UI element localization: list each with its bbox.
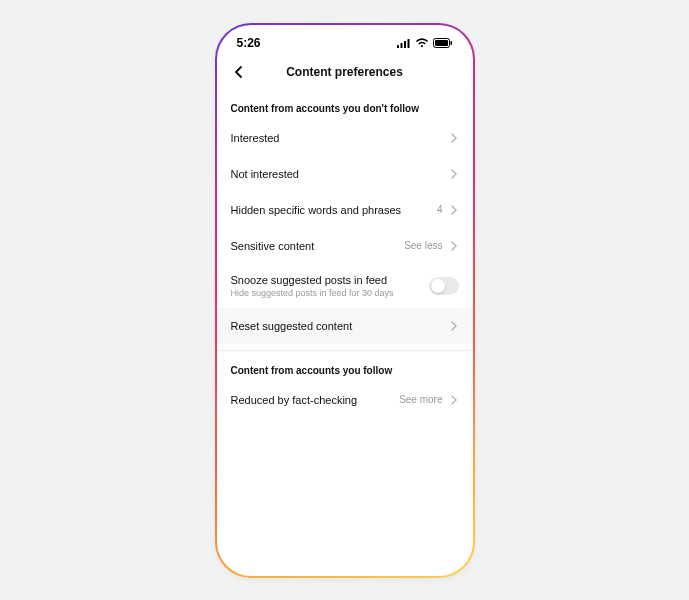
row-label: Not interested bbox=[231, 168, 299, 180]
screen: 5:26 Content preferences Content from ac… bbox=[217, 25, 473, 576]
row-label: Reduced by fact-checking bbox=[231, 394, 358, 406]
row-snooze-suggested: Snooze suggested posts in feed Hide sugg… bbox=[217, 264, 473, 308]
row-label: Reset suggested content bbox=[231, 320, 353, 332]
back-button[interactable] bbox=[227, 60, 251, 84]
sensitive-value: See less bbox=[404, 240, 442, 251]
cell-signal-icon bbox=[397, 38, 411, 48]
status-bar: 5:26 bbox=[217, 25, 473, 55]
fact-check-value: See more bbox=[399, 394, 442, 405]
row-label: Hidden specific words and phrases bbox=[231, 204, 402, 216]
row-interested[interactable]: Interested bbox=[217, 120, 473, 156]
row-hidden-words[interactable]: Hidden specific words and phrases 4 bbox=[217, 192, 473, 228]
chevron-right-icon bbox=[449, 321, 459, 331]
row-reset-suggested[interactable]: Reset suggested content bbox=[217, 308, 473, 344]
svg-rect-1 bbox=[400, 43, 402, 48]
svg-rect-3 bbox=[407, 39, 409, 48]
row-label: Sensitive content bbox=[231, 240, 315, 252]
chevron-right-icon bbox=[449, 169, 459, 179]
wifi-icon bbox=[415, 38, 429, 48]
row-not-interested[interactable]: Not interested bbox=[217, 156, 473, 192]
status-time: 5:26 bbox=[237, 36, 261, 50]
chevron-right-icon bbox=[449, 395, 459, 405]
chevron-right-icon bbox=[449, 241, 459, 251]
svg-rect-2 bbox=[404, 41, 406, 48]
section-header-followed: Content from accounts you follow bbox=[217, 351, 473, 382]
chevron-right-icon bbox=[449, 133, 459, 143]
svg-rect-6 bbox=[450, 41, 452, 45]
row-label: Interested bbox=[231, 132, 280, 144]
battery-icon bbox=[433, 38, 453, 48]
nav-bar: Content preferences bbox=[217, 55, 473, 89]
svg-rect-0 bbox=[397, 45, 399, 48]
snooze-toggle[interactable] bbox=[429, 277, 459, 295]
chevron-left-icon bbox=[232, 65, 246, 79]
page-title: Content preferences bbox=[217, 65, 473, 79]
row-sensitive-content[interactable]: Sensitive content See less bbox=[217, 228, 473, 264]
status-icons bbox=[397, 38, 453, 48]
row-sublabel: Hide suggested posts in feed for 30 days bbox=[231, 288, 394, 298]
section-header-unfollowed: Content from accounts you don't follow bbox=[217, 89, 473, 120]
svg-rect-5 bbox=[435, 40, 448, 46]
phone-frame: 5:26 Content preferences Content from ac… bbox=[215, 23, 475, 578]
hidden-words-count: 4 bbox=[437, 204, 443, 215]
row-label: Snooze suggested posts in feed bbox=[231, 274, 394, 286]
chevron-right-icon bbox=[449, 205, 459, 215]
row-fact-checking[interactable]: Reduced by fact-checking See more bbox=[217, 382, 473, 418]
